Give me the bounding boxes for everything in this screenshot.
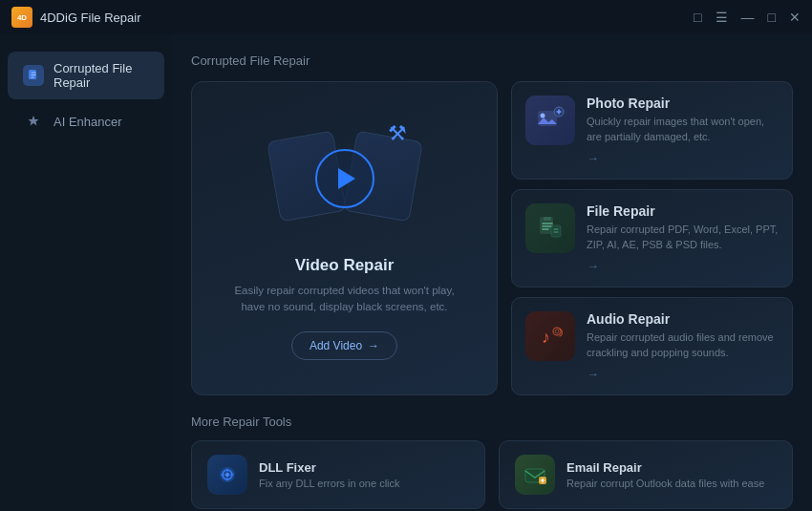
photo-repair-desc: Quickly repair images that won't open, a… (587, 115, 779, 145)
wrench-icon: ⚒ (388, 121, 407, 146)
email-repair-title: Email Repair (566, 460, 764, 475)
app-title: 4DDiG File Repair (40, 11, 140, 25)
video-icon-group: ⚒ (273, 117, 417, 241)
video-card-desc: Easily repair corrupted videos that won'… (230, 283, 459, 316)
dll-fixer-info: DLL Fixer Fix any DLL errors in one clic… (259, 460, 400, 489)
audio-repair-title: Audio Repair (587, 311, 779, 327)
video-repair-card[interactable]: ⚒ Video Repair Easily repair corrupted v… (191, 81, 498, 395)
add-video-button[interactable]: Add Video → (291, 331, 397, 360)
photo-repair-icon (525, 96, 575, 145)
photo-repair-info: Photo Repair Quickly repair images that … (587, 96, 779, 165)
email-repair-desc: Repair corrupt Outlook data files with e… (566, 478, 764, 489)
ai-enhancer-icon (23, 111, 44, 132)
titlebar-left: 4D 4DDiG File Repair (11, 7, 140, 28)
audio-repair-card[interactable]: ♪ Audio Repair Repair corrupted audio fi… (511, 297, 793, 395)
audio-repair-arrow: → (587, 367, 779, 381)
photo-repair-arrow: → (587, 151, 779, 165)
add-video-label: Add Video (310, 339, 362, 352)
menu-icon[interactable]: ☰ (716, 10, 728, 25)
file-repair-icon (525, 203, 575, 253)
main-layout: Corrupted File Repair AI Enhancer Corrup… (0, 34, 812, 511)
dll-fixer-card[interactable]: DLL Fixer Fix any DLL errors in one clic… (191, 440, 485, 509)
minimize-icon[interactable]: — (741, 10, 755, 25)
email-repair-card[interactable]: Email Repair Repair corrupt Outlook data… (499, 440, 793, 509)
video-card-title: Video Repair (295, 256, 395, 275)
email-repair-info: Email Repair Repair corrupt Outlook data… (566, 460, 764, 489)
play-triangle (338, 168, 355, 189)
file-repair-desc: Repair corrupted PDF, Word, Excel, PPT, … (587, 223, 779, 253)
right-cards: Photo Repair Quickly repair images that … (511, 81, 793, 395)
sidebar-label-corrupted: Corrupted File Repair (53, 61, 149, 90)
svg-text:♪: ♪ (542, 328, 550, 347)
sidebar-item-corrupted-file-repair[interactable]: Corrupted File Repair (8, 52, 164, 99)
dll-fixer-title: DLL Fixer (259, 460, 400, 475)
file-repair-arrow: → (587, 259, 779, 273)
svg-point-13 (225, 473, 229, 477)
add-video-arrow: → (368, 339, 379, 352)
titlebar: 4D 4DDiG File Repair □ ☰ — □ ✕ (0, 0, 812, 34)
photo-repair-card[interactable]: Photo Repair Quickly repair images that … (511, 81, 793, 180)
svg-rect-7 (551, 225, 561, 237)
app-logo: 4D (11, 7, 32, 28)
titlebar-controls: □ ☰ — □ ✕ (694, 10, 801, 25)
svg-point-3 (541, 114, 545, 118)
sidebar-label-ai: AI Enhancer (53, 115, 122, 129)
email-repair-icon (515, 455, 555, 495)
maximize-icon[interactable]: □ (768, 10, 776, 25)
content-area: Corrupted File Repair ⚒ Video Repair Eas… (172, 34, 812, 511)
file-repair-title: File Repair (587, 203, 779, 219)
top-cards: ⚒ Video Repair Easily repair corrupted v… (191, 81, 793, 395)
svg-point-10 (555, 330, 559, 333)
bottom-cards: DLL Fixer Fix any DLL errors in one clic… (191, 440, 793, 509)
more-tools-title: More Repair Tools (191, 415, 793, 429)
photo-repair-title: Photo Repair (587, 96, 779, 111)
chat-icon[interactable]: □ (694, 10, 701, 25)
file-repair-info: File Repair Repair corrupted PDF, Word, … (587, 203, 779, 273)
close-icon[interactable]: ✕ (789, 10, 801, 25)
svg-rect-6 (544, 217, 551, 221)
play-circle-icon (315, 149, 374, 208)
sidebar: Corrupted File Repair AI Enhancer (0, 34, 172, 511)
corrupted-file-repair-icon (23, 65, 44, 86)
dll-fixer-desc: Fix any DLL errors in one click (259, 478, 400, 489)
audio-repair-info: Audio Repair Repair corrupted audio file… (587, 311, 779, 381)
file-repair-card[interactable]: File Repair Repair corrupted PDF, Word, … (511, 189, 793, 287)
sidebar-item-ai-enhancer[interactable]: AI Enhancer (8, 101, 164, 141)
dll-fixer-icon (207, 455, 247, 495)
audio-repair-icon: ♪ (525, 311, 575, 361)
section-title: Corrupted File Repair (191, 53, 793, 68)
audio-repair-desc: Repair corrupted audio files and remove … (587, 330, 779, 361)
